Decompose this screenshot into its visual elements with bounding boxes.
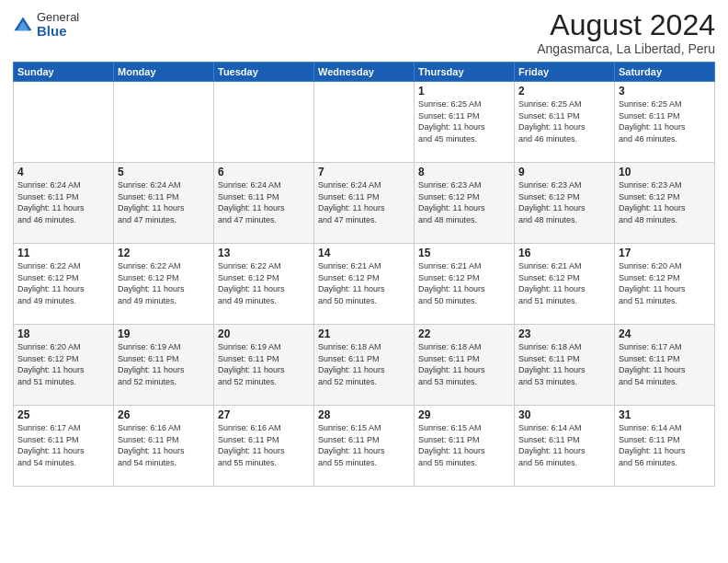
- day-number: 23: [518, 327, 610, 340]
- day-info-text: Sunrise: 6:21 AM Sunset: 6:12 PM Dayligh…: [518, 260, 610, 306]
- day-number: 15: [418, 247, 510, 259]
- calendar-cell-w5-d6: 30Sunrise: 6:14 AM Sunset: 6:11 PM Dayli…: [515, 406, 615, 487]
- day-number: 31: [619, 408, 711, 421]
- col-header-sunday: Sunday: [14, 63, 114, 82]
- day-info-text: Sunrise: 6:20 AM Sunset: 6:12 PM Dayligh…: [17, 341, 109, 387]
- col-header-wednesday: Wednesday: [314, 63, 415, 82]
- calendar-cell-w5-d4: 28Sunrise: 6:15 AM Sunset: 6:11 PM Dayli…: [314, 406, 415, 487]
- day-number: 4: [17, 166, 109, 178]
- calendar-cell-w2-d6: 9Sunrise: 6:23 AM Sunset: 6:12 PM Daylig…: [515, 163, 615, 244]
- calendar-cell-w3-d7: 17Sunrise: 6:20 AM Sunset: 6:12 PM Dayli…: [615, 244, 715, 325]
- calendar-cell-w3-d5: 15Sunrise: 6:21 AM Sunset: 6:12 PM Dayli…: [415, 244, 515, 325]
- calendar-cell-w3-d2: 12Sunrise: 6:22 AM Sunset: 6:12 PM Dayli…: [114, 244, 214, 325]
- day-info-text: Sunrise: 6:18 AM Sunset: 6:11 PM Dayligh…: [318, 341, 410, 387]
- calendar-cell-w3-d6: 16Sunrise: 6:21 AM Sunset: 6:12 PM Dayli…: [515, 244, 615, 325]
- calendar-cell-w4-d6: 23Sunrise: 6:18 AM Sunset: 6:11 PM Dayli…: [515, 325, 615, 406]
- day-number: 6: [218, 166, 310, 178]
- day-number: 10: [619, 166, 711, 178]
- day-info-text: Sunrise: 6:14 AM Sunset: 6:11 PM Dayligh…: [518, 422, 610, 468]
- location-subtitle: Angasmarca, La Libertad, Peru: [537, 41, 715, 56]
- calendar-cell-w1-d1: [14, 82, 114, 163]
- logo-general-text: General: [37, 11, 79, 24]
- calendar-cell-w1-d4: [314, 82, 415, 163]
- day-info-text: Sunrise: 6:24 AM Sunset: 6:11 PM Dayligh…: [218, 179, 310, 225]
- day-number: 28: [318, 408, 410, 421]
- calendar-cell-w4-d7: 24Sunrise: 6:17 AM Sunset: 6:11 PM Dayli…: [615, 325, 715, 406]
- day-number: 8: [418, 166, 510, 178]
- week-row-1: 1Sunrise: 6:25 AM Sunset: 6:11 PM Daylig…: [14, 82, 715, 163]
- calendar-cell-w1-d3: [214, 82, 314, 163]
- day-number: 30: [518, 408, 610, 421]
- logo-blue-text: Blue: [37, 24, 79, 40]
- calendar-cell-w5-d1: 25Sunrise: 6:17 AM Sunset: 6:11 PM Dayli…: [14, 406, 114, 487]
- day-number: 16: [518, 247, 610, 259]
- day-number: 17: [619, 247, 711, 259]
- day-number: 2: [518, 85, 610, 98]
- day-info-text: Sunrise: 6:20 AM Sunset: 6:12 PM Dayligh…: [619, 260, 711, 306]
- day-number: 11: [17, 247, 109, 259]
- col-header-saturday: Saturday: [615, 63, 715, 82]
- day-number: 20: [218, 327, 310, 340]
- day-number: 13: [218, 247, 310, 259]
- col-header-thursday: Thursday: [415, 63, 515, 82]
- day-number: 21: [318, 327, 410, 340]
- col-header-friday: Friday: [515, 63, 615, 82]
- day-info-text: Sunrise: 6:25 AM Sunset: 6:11 PM Dayligh…: [518, 98, 610, 144]
- day-number: 7: [318, 166, 410, 178]
- week-row-2: 4Sunrise: 6:24 AM Sunset: 6:11 PM Daylig…: [14, 163, 715, 244]
- week-row-3: 11Sunrise: 6:22 AM Sunset: 6:12 PM Dayli…: [14, 244, 715, 325]
- day-info-text: Sunrise: 6:24 AM Sunset: 6:11 PM Dayligh…: [318, 179, 410, 225]
- col-header-tuesday: Tuesday: [214, 63, 314, 82]
- calendar-cell-w2-d3: 6Sunrise: 6:24 AM Sunset: 6:11 PM Daylig…: [214, 163, 314, 244]
- day-number: 24: [619, 327, 711, 340]
- calendar-cell-w3-d4: 14Sunrise: 6:21 AM Sunset: 6:12 PM Dayli…: [314, 244, 415, 325]
- week-row-5: 25Sunrise: 6:17 AM Sunset: 6:11 PM Dayli…: [14, 406, 715, 487]
- col-header-monday: Monday: [114, 63, 214, 82]
- calendar-cell-w5-d5: 29Sunrise: 6:15 AM Sunset: 6:11 PM Dayli…: [415, 406, 515, 487]
- day-info-text: Sunrise: 6:23 AM Sunset: 6:12 PM Dayligh…: [518, 179, 610, 225]
- day-number: 18: [17, 327, 109, 340]
- calendar-cell-w5-d3: 27Sunrise: 6:16 AM Sunset: 6:11 PM Dayli…: [214, 406, 314, 487]
- day-info-text: Sunrise: 6:17 AM Sunset: 6:11 PM Dayligh…: [619, 341, 711, 387]
- day-number: 9: [518, 166, 610, 178]
- day-info-text: Sunrise: 6:14 AM Sunset: 6:11 PM Dayligh…: [619, 422, 711, 468]
- calendar-cell-w3-d1: 11Sunrise: 6:22 AM Sunset: 6:12 PM Dayli…: [14, 244, 114, 325]
- calendar-cell-w2-d2: 5Sunrise: 6:24 AM Sunset: 6:11 PM Daylig…: [114, 163, 214, 244]
- logo-text: General Blue: [37, 11, 79, 40]
- day-info-text: Sunrise: 6:15 AM Sunset: 6:11 PM Dayligh…: [418, 422, 510, 468]
- calendar-cell-w4-d4: 21Sunrise: 6:18 AM Sunset: 6:11 PM Dayli…: [314, 325, 415, 406]
- calendar-cell-w2-d7: 10Sunrise: 6:23 AM Sunset: 6:12 PM Dayli…: [615, 163, 715, 244]
- calendar-cell-w5-d2: 26Sunrise: 6:16 AM Sunset: 6:11 PM Dayli…: [114, 406, 214, 487]
- day-number: 5: [118, 166, 210, 178]
- calendar-cell-w4-d5: 22Sunrise: 6:18 AM Sunset: 6:11 PM Dayli…: [415, 325, 515, 406]
- day-info-text: Sunrise: 6:23 AM Sunset: 6:12 PM Dayligh…: [418, 179, 510, 225]
- day-info-text: Sunrise: 6:16 AM Sunset: 6:11 PM Dayligh…: [218, 422, 310, 468]
- calendar-cell-w2-d1: 4Sunrise: 6:24 AM Sunset: 6:11 PM Daylig…: [14, 163, 114, 244]
- day-info-text: Sunrise: 6:19 AM Sunset: 6:11 PM Dayligh…: [218, 341, 310, 387]
- day-info-text: Sunrise: 6:19 AM Sunset: 6:11 PM Dayligh…: [118, 341, 210, 387]
- day-number: 14: [318, 247, 410, 259]
- calendar-header-row: Sunday Monday Tuesday Wednesday Thursday…: [14, 63, 715, 82]
- day-number: 26: [118, 408, 210, 421]
- logo-icon: [13, 16, 33, 36]
- day-info-text: Sunrise: 6:24 AM Sunset: 6:11 PM Dayligh…: [17, 179, 109, 225]
- day-info-text: Sunrise: 6:16 AM Sunset: 6:11 PM Dayligh…: [118, 422, 210, 468]
- calendar-cell-w2-d4: 7Sunrise: 6:24 AM Sunset: 6:11 PM Daylig…: [314, 163, 415, 244]
- day-info-text: Sunrise: 6:25 AM Sunset: 6:11 PM Dayligh…: [418, 98, 510, 144]
- day-number: 1: [418, 85, 510, 98]
- calendar-cell-w1-d5: 1Sunrise: 6:25 AM Sunset: 6:11 PM Daylig…: [415, 82, 515, 163]
- calendar-cell-w5-d7: 31Sunrise: 6:14 AM Sunset: 6:11 PM Dayli…: [615, 406, 715, 487]
- calendar-table: Sunday Monday Tuesday Wednesday Thursday…: [13, 62, 715, 487]
- header: General Blue August 2024 Angasmarca, La …: [13, 9, 715, 56]
- calendar-cell-w1-d6: 2Sunrise: 6:25 AM Sunset: 6:11 PM Daylig…: [515, 82, 615, 163]
- calendar-cell-w4-d1: 18Sunrise: 6:20 AM Sunset: 6:12 PM Dayli…: [14, 325, 114, 406]
- calendar-cell-w4-d3: 20Sunrise: 6:19 AM Sunset: 6:11 PM Dayli…: [214, 325, 314, 406]
- day-info-text: Sunrise: 6:22 AM Sunset: 6:12 PM Dayligh…: [118, 260, 210, 306]
- day-info-text: Sunrise: 6:21 AM Sunset: 6:12 PM Dayligh…: [418, 260, 510, 306]
- day-info-text: Sunrise: 6:24 AM Sunset: 6:11 PM Dayligh…: [118, 179, 210, 225]
- day-info-text: Sunrise: 6:18 AM Sunset: 6:11 PM Dayligh…: [418, 341, 510, 387]
- day-info-text: Sunrise: 6:21 AM Sunset: 6:12 PM Dayligh…: [318, 260, 410, 306]
- month-year-title: August 2024: [537, 9, 715, 41]
- day-info-text: Sunrise: 6:15 AM Sunset: 6:11 PM Dayligh…: [318, 422, 410, 468]
- title-block: August 2024 Angasmarca, La Libertad, Per…: [537, 9, 715, 56]
